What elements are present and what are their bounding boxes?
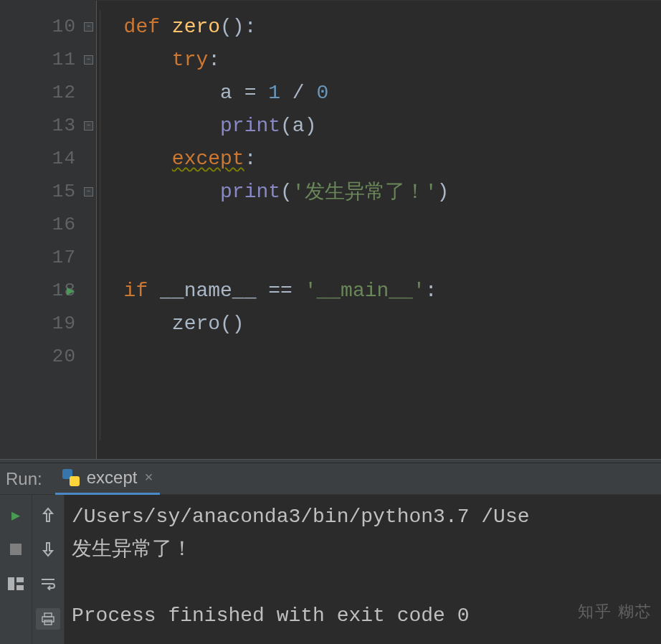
run-header: Run: except × — [0, 463, 661, 495]
editor-area: 10− 11− 12 13− 14 15− 16 17 ▶18 19 20 de… — [0, 0, 661, 459]
layout-button[interactable] — [6, 574, 26, 594]
line-number: 17 — [52, 247, 76, 268]
fold-icon[interactable]: − — [84, 121, 93, 131]
fold-icon[interactable]: − — [84, 22, 93, 32]
line-number: 20 — [52, 346, 76, 367]
python-icon — [62, 469, 80, 486]
code-line: if __name__ == '__main__': — [97, 274, 661, 307]
code-line — [97, 241, 661, 274]
code-line — [97, 340, 661, 373]
run-panel: Run: except × ▶ /Users/sy/anaconda3/bin/… — [0, 463, 661, 644]
line-number: 12 — [52, 82, 76, 103]
tab-title: except — [87, 468, 138, 488]
code-line: zero() — [97, 307, 661, 340]
print-button[interactable] — [36, 608, 60, 630]
line-number: 19 — [52, 313, 76, 334]
code-line: print(a) — [97, 109, 661, 142]
close-icon[interactable]: × — [144, 470, 153, 486]
output-line: Process finished with exit code 0 — [72, 605, 470, 627]
code-line: try: — [97, 43, 661, 76]
scroll-down-button[interactable] — [38, 539, 58, 559]
run-button[interactable]: ▶ — [6, 505, 26, 525]
fold-icon[interactable]: − — [84, 187, 93, 196]
line-number: 11 — [52, 49, 76, 70]
run-line-icon[interactable]: ▶ — [67, 283, 75, 298]
stop-button[interactable] — [6, 539, 26, 559]
code-line: a = 1 / 0 — [97, 76, 661, 109]
line-number: 14 — [52, 148, 76, 169]
line-number: 13 — [52, 115, 76, 136]
code-line: def zero(): — [97, 10, 661, 43]
watermark: 知乎 糊芯 — [578, 601, 652, 622]
run-tab[interactable]: except × — [55, 463, 161, 495]
line-number: 10 — [52, 16, 76, 37]
svg-rect-0 — [8, 577, 14, 590]
code-content[interactable]: def zero(): try: a = 1 / 0 print(a) exce… — [97, 1, 661, 459]
svg-rect-2 — [16, 585, 24, 590]
line-number: 16 — [52, 214, 76, 235]
output-line: /Users/sy/anaconda3/bin/python3.7 /Use — [72, 506, 530, 528]
fold-icon[interactable]: − — [84, 55, 93, 65]
console-output[interactable]: /Users/sy/anaconda3/bin/python3.7 /Use 发… — [65, 495, 661, 644]
gutter: 10− 11− 12 13− 14 15− 16 17 ▶18 19 20 — [0, 1, 97, 459]
code-line: except: — [97, 142, 661, 175]
svg-rect-5 — [44, 620, 52, 625]
run-label: Run: — [6, 469, 42, 489]
output-line: 发生异常了！ — [72, 539, 192, 561]
code-line — [97, 208, 661, 241]
svg-rect-1 — [16, 577, 24, 582]
soft-wrap-button[interactable] — [38, 574, 58, 594]
scroll-up-button[interactable] — [38, 505, 58, 525]
run-toolbar-secondary — [32, 495, 65, 644]
line-number: 15 — [52, 181, 76, 202]
run-toolbar-primary: ▶ — [0, 495, 32, 644]
run-body: ▶ /Users/sy/anaconda3/bin/python3.7 /Use… — [0, 495, 661, 644]
code-line: print('发生异常了！') — [97, 175, 661, 208]
